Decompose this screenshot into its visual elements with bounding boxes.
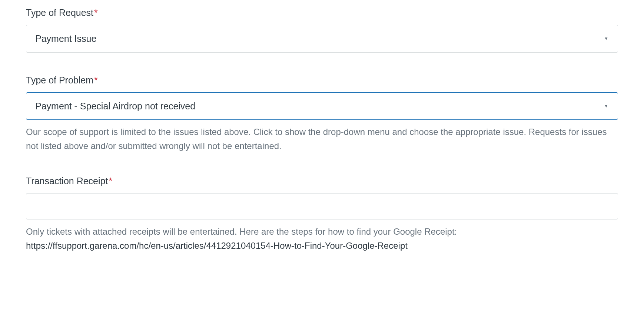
type-of-problem-select[interactable]: Payment - Special Airdrop not received — [26, 92, 618, 120]
type-of-request-select[interactable]: Payment Issue — [26, 25, 618, 53]
type-of-request-label: Type of Request* — [26, 7, 618, 18]
transaction-receipt-input[interactable] — [26, 193, 618, 219]
transaction-receipt-helper: Only tickets with attached receipts will… — [26, 225, 618, 239]
select-value: Payment - Special Airdrop not received — [35, 101, 195, 111]
type-of-request-select-wrapper: Payment Issue ▼ — [26, 25, 618, 53]
transaction-receipt-group: Transaction Receipt* Only tickets with a… — [26, 176, 618, 253]
required-indicator: * — [94, 7, 98, 18]
type-of-problem-group: Type of Problem* Payment - Special Airdr… — [26, 75, 618, 153]
label-text: Transaction Receipt — [26, 176, 108, 186]
type-of-request-group: Type of Request* Payment Issue ▼ — [26, 7, 618, 53]
required-indicator: * — [94, 75, 98, 85]
transaction-receipt-link[interactable]: https://ffsupport.garena.com/hc/en-us/ar… — [26, 239, 618, 253]
select-value: Payment Issue — [35, 33, 96, 44]
type-of-problem-helper: Our scope of support is limited to the i… — [26, 125, 618, 153]
label-text: Type of Request — [26, 7, 93, 18]
type-of-problem-label: Type of Problem* — [26, 75, 618, 86]
type-of-problem-select-wrapper: Payment - Special Airdrop not received ▼ — [26, 92, 618, 120]
transaction-receipt-label: Transaction Receipt* — [26, 176, 618, 186]
required-indicator: * — [109, 176, 112, 186]
label-text: Type of Problem — [26, 75, 93, 85]
